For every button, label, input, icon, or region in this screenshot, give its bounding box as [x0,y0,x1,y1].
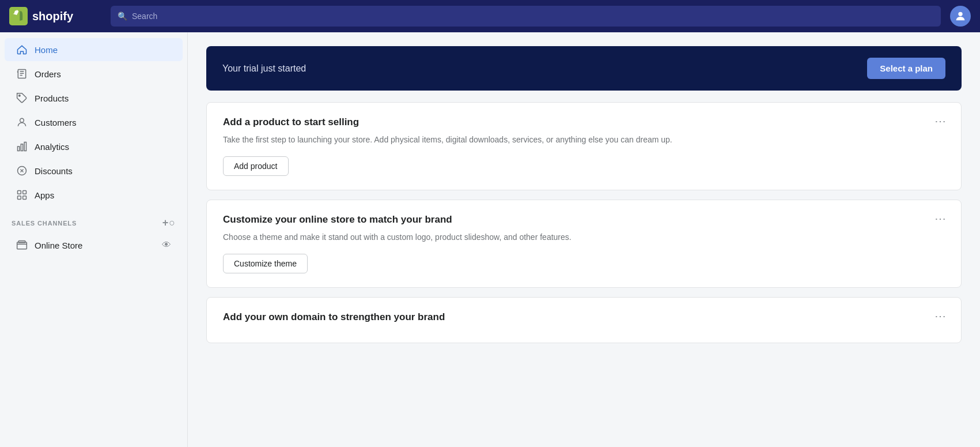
sidebar-item-discounts[interactable]: Discounts [5,159,183,182]
add-product-button[interactable]: Add product [223,156,289,176]
sidebar-item-customers[interactable]: Customers [5,111,183,134]
sidebar-item-products-label: Products [35,93,69,103]
online-store-left: Online Store [16,239,82,251]
svg-rect-11 [18,196,21,200]
add-product-card-title: Add a product to start selling [223,117,945,128]
add-domain-card-title: Add your own domain to strengthen your b… [223,311,945,323]
orders-icon [16,68,28,80]
topbar: shopify 🔍 [0,0,980,32]
user-icon [954,10,967,22]
eye-icon[interactable]: 👁 [162,240,171,250]
search-input[interactable] [132,12,934,21]
analytics-icon [16,141,28,152]
discounts-icon [16,165,28,176]
svg-rect-2 [18,70,25,78]
sidebar-item-home[interactable]: Home [5,38,183,61]
customize-theme-button[interactable]: Customize theme [223,254,308,273]
shopify-logo-icon [9,7,28,25]
shopify-logo: shopify [9,7,101,25]
sidebar-item-apps[interactable]: Apps [5,183,183,206]
sidebar-item-orders[interactable]: Orders [5,62,183,85]
main-layout: Home Orders Products Customer [0,32,980,447]
svg-rect-10 [23,191,27,194]
svg-point-4 [20,118,24,122]
online-store-label: Online Store [35,241,82,250]
sidebar-item-analytics[interactable]: Analytics [5,135,183,158]
trial-banner: Your trial just started Select a plan [206,46,962,91]
add-product-card-menu[interactable]: ⋯ [934,114,947,128]
customize-theme-card: ⋯ Customize your online store to match y… [206,200,962,288]
svg-rect-14 [18,241,25,243]
svg-rect-9 [18,191,21,194]
sidebar-item-customers-label: Customers [35,118,77,127]
logo-text: shopify [32,10,73,23]
customize-theme-card-menu[interactable]: ⋯ [934,212,947,226]
add-product-card-desc: Take the first step to launching your st… [223,134,695,146]
customize-theme-card-desc: Choose a theme and make it stand out wit… [223,231,695,243]
add-domain-card: ⋯ Add your own domain to strengthen your… [206,297,962,343]
search-icon: 🔍 [118,12,127,21]
search-bar[interactable]: 🔍 [111,6,941,27]
svg-point-1 [958,12,962,16]
svg-rect-5 [18,147,20,151]
apps-icon [16,189,28,201]
sidebar: Home Orders Products Customer [0,32,188,447]
sales-channels-label: SALES CHANNELS [12,220,77,227]
avatar[interactable] [950,6,971,27]
sidebar-item-discounts-label: Discounts [35,166,73,176]
customers-icon [16,117,28,128]
add-domain-card-menu[interactable]: ⋯ [934,309,947,323]
trial-text: Your trial just started [222,63,306,74]
main-content: Your trial just started Select a plan ⋯ … [188,32,980,447]
svg-rect-12 [23,196,27,200]
home-icon [16,44,28,55]
sidebar-item-products[interactable]: Products [5,87,183,110]
online-store-icon [16,239,28,251]
customize-theme-card-title: Customize your online store to match you… [223,214,945,226]
products-icon [16,92,28,104]
sidebar-item-orders-label: Orders [35,69,61,79]
sidebar-item-apps-label: Apps [35,190,54,200]
select-plan-button[interactable]: Select a plan [867,58,945,79]
sidebar-item-home-label: Home [35,45,58,55]
add-product-card: ⋯ Add a product to start selling Take th… [206,102,962,190]
sales-channels-section: SALES CHANNELS +○ [0,208,187,232]
svg-rect-0 [9,7,28,25]
sidebar-item-analytics-label: Analytics [35,142,69,152]
svg-rect-13 [17,242,27,249]
add-sales-channel-icon[interactable]: +○ [162,217,176,229]
svg-rect-6 [21,144,22,151]
svg-point-3 [19,95,21,97]
svg-rect-7 [24,142,26,151]
sidebar-item-online-store[interactable]: Online Store 👁 [5,234,183,257]
